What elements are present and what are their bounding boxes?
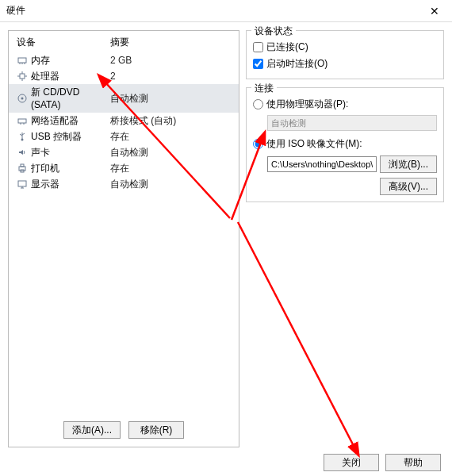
connected-checkbox[interactable] xyxy=(253,42,263,52)
hardware-row[interactable]: USB 控制器存在 xyxy=(9,129,239,144)
connected-label: 已连接(C) xyxy=(266,40,308,54)
iso-radio-row[interactable]: 使用 ISO 映像文件(M): xyxy=(253,136,437,152)
device-status-title: 设备状态 xyxy=(251,25,296,38)
dialog-footer: 关闭 帮助 xyxy=(0,447,452,476)
network-icon xyxy=(17,115,28,126)
content-area: 设备 摘要 内存2 GB处理器2新 CD/DVD (SATA)自动检测网络适配器… xyxy=(0,22,452,447)
hardware-label: 处理器 xyxy=(31,70,110,83)
hardware-row[interactable]: 新 CD/DVD (SATA)自动检测 xyxy=(9,84,239,113)
hardware-list[interactable]: 内存2 GB处理器2新 CD/DVD (SATA)自动检测网络适配器桥接模式 (… xyxy=(9,52,239,413)
physical-drive-radio[interactable] xyxy=(253,99,263,109)
svg-rect-0 xyxy=(18,58,26,63)
physical-drive-label: 使用物理驱动器(P): xyxy=(266,98,348,111)
cd-icon xyxy=(17,93,28,104)
device-status-group: 设备状态 已连接(C) 启动时连接(O) xyxy=(246,30,444,79)
titlebar: 硬件 ✕ xyxy=(0,0,452,22)
close-button[interactable]: 关闭 xyxy=(324,454,379,471)
hardware-row[interactable]: 内存2 GB xyxy=(9,52,239,68)
svg-rect-21 xyxy=(18,181,26,186)
hardware-summary: 存在 xyxy=(110,162,239,175)
hardware-row[interactable]: 网络适配器桥接模式 (自动) xyxy=(9,113,239,129)
hardware-header: 设备 摘要 xyxy=(9,31,239,52)
close-icon[interactable]: ✕ xyxy=(423,2,446,20)
svg-rect-4 xyxy=(20,74,25,79)
iso-path-row: 浏览(B)... xyxy=(267,155,437,173)
svg-rect-19 xyxy=(21,164,24,167)
svg-point-10 xyxy=(21,98,24,100)
physical-drive-radio-row[interactable]: 使用物理驱动器(P): xyxy=(253,96,437,113)
browse-button[interactable]: 浏览(B)... xyxy=(380,155,437,173)
connect-on-power-row[interactable]: 启动时连接(O) xyxy=(253,56,437,72)
connect-on-power-label: 启动时连接(O) xyxy=(266,57,328,71)
usb-icon xyxy=(17,131,28,142)
hardware-summary: 2 GB xyxy=(110,54,239,67)
add-button[interactable]: 添加(A)... xyxy=(63,421,121,439)
physical-drive-select xyxy=(267,115,437,131)
hardware-row[interactable]: 声卡自动检测 xyxy=(9,144,239,160)
iso-path-input[interactable] xyxy=(267,156,377,172)
svg-rect-11 xyxy=(18,119,26,123)
help-button[interactable]: 帮助 xyxy=(385,454,441,471)
hardware-label: 内存 xyxy=(31,54,110,67)
memory-icon xyxy=(17,55,28,66)
hardware-row[interactable]: 显示器自动检测 xyxy=(9,176,239,192)
connection-group: 连接 使用物理驱动器(P): 使用 ISO 映像文件(M): 浏览(B)... … xyxy=(246,87,444,202)
hardware-label: 打印机 xyxy=(31,162,110,175)
hardware-summary: 自动检测 xyxy=(110,92,239,105)
hardware-list-panel: 设备 摘要 内存2 GB处理器2新 CD/DVD (SATA)自动检测网络适配器… xyxy=(8,30,239,447)
cpu-icon xyxy=(17,71,28,82)
header-device: 设备 xyxy=(17,36,110,49)
connection-title: 连接 xyxy=(251,82,277,95)
hardware-label: 新 CD/DVD (SATA) xyxy=(31,86,110,111)
iso-radio[interactable] xyxy=(253,139,263,149)
hardware-summary: 桥接模式 (自动) xyxy=(110,114,239,127)
hardware-label: 网络适配器 xyxy=(31,114,110,127)
settings-panel: 设备状态 已连接(C) 启动时连接(O) 连接 使用物理驱动器(P): 使用 I… xyxy=(246,30,444,447)
connected-checkbox-row[interactable]: 已连接(C) xyxy=(253,39,437,56)
hardware-label: USB 控制器 xyxy=(31,130,110,143)
hardware-row[interactable]: 打印机存在 xyxy=(9,160,239,176)
hardware-summary: 2 xyxy=(110,70,239,83)
sound-icon xyxy=(17,147,28,158)
display-icon xyxy=(17,178,28,190)
hardware-summary: 自动检测 xyxy=(110,146,239,159)
advanced-button[interactable]: 高级(V)... xyxy=(380,178,437,195)
hardware-summary: 自动检测 xyxy=(110,178,239,190)
header-summary: 摘要 xyxy=(110,36,231,49)
hardware-label: 声卡 xyxy=(31,146,110,159)
hardware-label: 显示器 xyxy=(31,178,110,190)
hardware-buttons: 添加(A)... 移除(R) xyxy=(9,413,239,447)
connect-on-power-checkbox[interactable] xyxy=(253,59,263,69)
printer-icon xyxy=(17,163,28,174)
hardware-row[interactable]: 处理器2 xyxy=(9,68,239,84)
iso-label: 使用 ISO 映像文件(M): xyxy=(266,137,362,151)
hardware-summary: 存在 xyxy=(110,130,239,143)
window-title: 硬件 xyxy=(6,4,25,17)
remove-button[interactable]: 移除(R) xyxy=(128,421,184,439)
